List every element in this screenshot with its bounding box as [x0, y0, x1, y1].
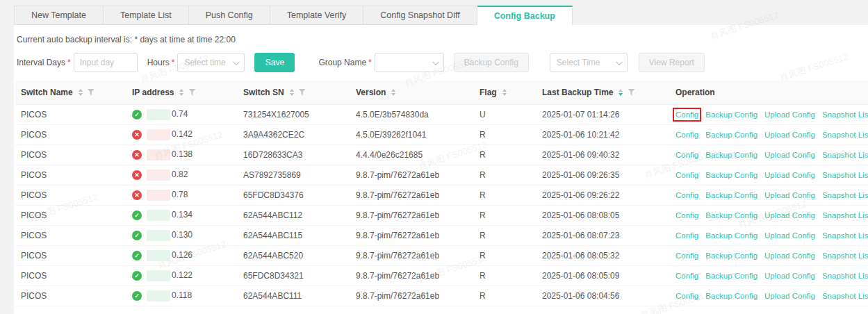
- hours-label: Hours*: [147, 58, 178, 67]
- last-backup-time-cell: 2025-01-06 09:26:35: [537, 165, 670, 185]
- snapshot-list-link[interactable]: Snapshot List: [822, 251, 868, 260]
- snapshot-list-link[interactable]: Snapshot List: [822, 231, 868, 240]
- upload-config-link[interactable]: Upload Config: [764, 191, 815, 199]
- col-switch-sn: Switch SN: [238, 81, 350, 104]
- filter-icon[interactable]: [88, 89, 95, 96]
- upload-config-link[interactable]: Upload Config: [764, 231, 815, 240]
- upload-config-link[interactable]: Upload Config: [764, 151, 815, 159]
- ip-redaction-mask: [147, 250, 170, 261]
- ip-redaction-mask: [147, 109, 170, 120]
- upload-config-link[interactable]: Upload Config: [764, 171, 815, 179]
- group-name-select[interactable]: [375, 53, 444, 72]
- switch-name-cell: PICOS: [15, 185, 126, 205]
- config-link[interactable]: Config: [675, 292, 698, 300]
- tab-label: Template List: [120, 10, 172, 20]
- status-error-icon: ✕: [132, 130, 142, 140]
- config-link[interactable]: Config: [675, 131, 698, 139]
- ip-redaction-mask: [147, 270, 170, 281]
- last-backup-time-cell: 2025-01-06 08:05:32: [537, 245, 670, 265]
- tab-template-verify[interactable]: Template Verify: [270, 6, 363, 25]
- backup-config-link[interactable]: Backup Config: [705, 131, 758, 139]
- snapshot-list-link[interactable]: Snapshot List: [822, 292, 868, 300]
- snapshot-list-link[interactable]: Snapshot List: [822, 272, 868, 280]
- switch-sn-cell: 62A544ABC111: [238, 286, 350, 306]
- tab-new-template[interactable]: New Template: [14, 6, 104, 25]
- status-ok-icon: ✓: [132, 271, 142, 281]
- sort-carets-icon[interactable]: [290, 89, 294, 96]
- switch-backup-table: Switch Name IP address Switch SN Version…: [15, 81, 868, 306]
- interval-days-input[interactable]: [74, 53, 138, 72]
- ip-cell: ✕0.78: [126, 185, 238, 205]
- col-ip-address: IP address: [126, 81, 238, 104]
- upload-config-link[interactable]: Upload Config: [764, 292, 815, 300]
- config-link-highlighted[interactable]: Config: [675, 110, 698, 119]
- status-ok-icon: ✓: [132, 110, 142, 119]
- config-link[interactable]: Config: [675, 231, 698, 240]
- backup-config-link[interactable]: Backup Config: [705, 211, 758, 220]
- tab-push-config[interactable]: Push Config: [189, 6, 270, 25]
- backup-config-link[interactable]: Backup Config: [705, 171, 758, 179]
- upload-config-link[interactable]: Upload Config: [764, 131, 815, 139]
- backup-config-link[interactable]: Backup Config: [705, 251, 758, 260]
- tab-config-backup[interactable]: Config Backup: [477, 6, 573, 26]
- filter-icon[interactable]: [628, 89, 634, 96]
- flag-cell: R: [474, 245, 537, 265]
- config-backup-screen: 肖风图 FS005512 肖风图 FS005512 肖风图 FS005512 肖…: [0, 0, 868, 314]
- upload-config-link[interactable]: Upload Config: [764, 211, 815, 220]
- config-link[interactable]: Config: [675, 171, 698, 179]
- sort-carets-icon[interactable]: [179, 89, 183, 96]
- required-mark: *: [368, 58, 372, 67]
- backup-config-link[interactable]: Backup Config: [705, 272, 758, 280]
- tab-config-snapshot-diff[interactable]: Config Snapshot Diff: [363, 6, 477, 25]
- backup-config-link[interactable]: Backup Config: [705, 151, 758, 159]
- version-cell: 9.8.7-pim/76272a61eb: [350, 165, 474, 185]
- last-backup-time-cell: 2025-01-06 08:05:09: [537, 265, 670, 286]
- snapshot-list-link[interactable]: Snapshot List: [822, 110, 868, 119]
- sort-carets-icon[interactable]: [391, 89, 395, 96]
- auto-backup-interval-text: Current auto backup interval is: * days …: [15, 25, 868, 46]
- filter-icon[interactable]: [299, 89, 306, 96]
- config-link[interactable]: Config: [675, 272, 698, 280]
- col-operation: Operation: [670, 81, 868, 104]
- snapshot-list-link[interactable]: Snapshot List: [822, 131, 868, 139]
- hours-select[interactable]: Select time: [177, 53, 245, 72]
- snapshot-list-link[interactable]: Snapshot List: [822, 191, 868, 199]
- last-backup-time-cell: 2025-01-06 08:08:05: [537, 205, 670, 225]
- tab-template-list[interactable]: Template List: [104, 6, 189, 25]
- switch-sn-cell: 62A544ABC115: [238, 225, 350, 245]
- filter-icon[interactable]: [188, 89, 195, 96]
- operation-cell: ConfigBackup ConfigUpload ConfigSnapshot…: [670, 225, 868, 245]
- tab-label: New Template: [31, 10, 86, 20]
- tab-label: Template Verify: [287, 10, 346, 20]
- tab-label: Config Snapshot Diff: [380, 10, 459, 20]
- upload-config-link[interactable]: Upload Config: [764, 251, 815, 260]
- operation-cell: ConfigBackup ConfigUpload ConfigSnapshot…: [670, 124, 868, 144]
- backup-config-link[interactable]: Backup Config: [705, 110, 758, 119]
- table-header-row: Switch Name IP address Switch SN Version…: [15, 81, 868, 104]
- upload-config-link[interactable]: Upload Config: [764, 110, 815, 119]
- save-button[interactable]: Save: [254, 53, 295, 72]
- ip-redaction-mask: [147, 210, 170, 221]
- flag-cell: R: [474, 165, 537, 185]
- group-name-label: Group Name*: [318, 58, 374, 67]
- backup-config-link[interactable]: Backup Config: [705, 191, 758, 199]
- config-link[interactable]: Config: [675, 191, 698, 199]
- snapshot-list-link[interactable]: Snapshot List: [822, 211, 868, 220]
- config-link[interactable]: Config: [675, 211, 698, 220]
- backup-config-link[interactable]: Backup Config: [705, 231, 758, 240]
- sort-carets-icon[interactable]: [79, 89, 83, 96]
- backup-config-button[interactable]: Backup Config: [454, 53, 529, 72]
- upload-config-link[interactable]: Upload Config: [764, 272, 815, 280]
- config-link[interactable]: Config: [675, 251, 698, 260]
- view-report-button[interactable]: View Report: [639, 53, 705, 72]
- config-link[interactable]: Config: [675, 151, 698, 159]
- sort-carets-icon[interactable]: [502, 89, 507, 96]
- ip-text: 0.142: [172, 129, 193, 139]
- snapshot-list-link[interactable]: Snapshot List: [822, 171, 868, 179]
- snapshot-list-link[interactable]: Snapshot List: [822, 151, 868, 159]
- last-backup-time-cell: 2025-01-06 09:26:22: [537, 185, 670, 205]
- version-cell: 9.8.7-pim/76272a61eb: [350, 185, 474, 205]
- report-time-select[interactable]: Select Time: [550, 53, 628, 72]
- sort-carets-icon[interactable]: [619, 89, 623, 96]
- backup-config-link[interactable]: Backup Config: [705, 292, 758, 300]
